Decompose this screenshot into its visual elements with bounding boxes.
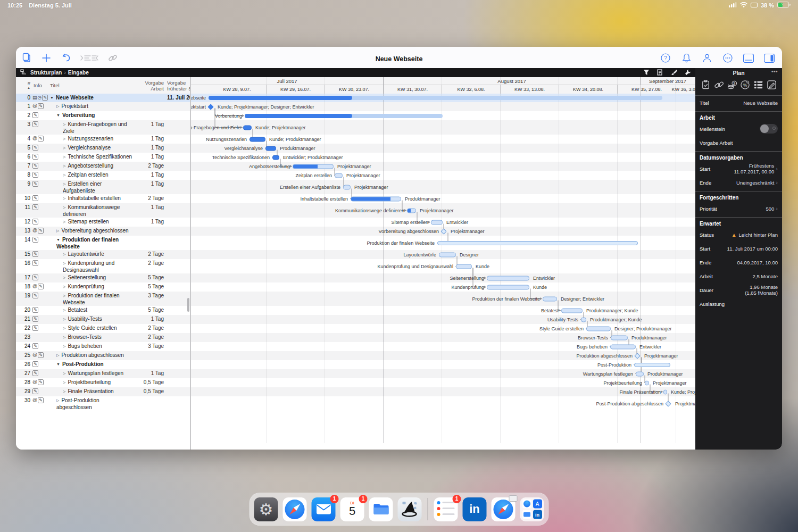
panel-bottom-icon[interactable] xyxy=(743,53,754,63)
task-row[interactable]: 26✎▼Post-Produktion xyxy=(16,360,190,369)
gantt-bar[interactable] xyxy=(487,285,529,289)
task-row[interactable]: 4@✎▷Nutzungsszenarien1 Tag xyxy=(16,135,190,144)
cost-icon[interactable]: $ xyxy=(727,80,737,92)
gantt-bar[interactable] xyxy=(439,252,456,257)
task-row[interactable]: 12✎▷Sitemap erstellen1 Tag xyxy=(16,218,190,227)
gantt-bar[interactable] xyxy=(636,371,644,376)
task-row[interactable]: 25@✎▷Produktion abgeschlossen xyxy=(16,351,190,360)
inspector-field-dauer[interactable]: Dauer1,96 Monate(1,85 fMonate) xyxy=(695,283,782,297)
disclosure-leaf-icon[interactable]: ▷ xyxy=(63,220,65,223)
task-title[interactable]: ▷Finale Präsentation xyxy=(63,388,135,395)
task-row[interactable]: 14✎▼Produktion der finalen Webseite xyxy=(16,236,190,250)
task-row[interactable]: 19✎▷Produktion der finalen Webseite3 Tag… xyxy=(16,292,190,306)
inspector-field-start[interactable]: StartFrühestens11.07.2017, 00:00› xyxy=(695,162,782,176)
disclosure-open-icon[interactable]: ▼ xyxy=(56,238,60,242)
task-row[interactable]: 22✎▷Style Guide erstellen2 Tage xyxy=(16,324,190,333)
task-title[interactable]: ▷Kunden-Fragebogen und Ziele xyxy=(63,121,135,135)
dock-app-calendar[interactable]: DI51 xyxy=(340,497,364,521)
task-row[interactable]: 28@✎▷Projektbeurteilung0,5 Tage xyxy=(16,378,190,387)
task-title[interactable]: ▷Projektbeurteilung xyxy=(63,379,135,386)
gantt-bar[interactable] xyxy=(645,380,649,385)
task-title[interactable]: ▷Nutzungsszenarien xyxy=(63,135,135,142)
rows-icon[interactable] xyxy=(753,80,763,92)
inspector-field-meilenstein[interactable]: Meilenstein xyxy=(695,122,782,136)
dock-app-recents[interactable]: Ain xyxy=(520,497,544,521)
summary-bar[interactable] xyxy=(634,363,670,367)
disclosure-leaf-icon[interactable]: ▷ xyxy=(63,317,65,321)
task-row[interactable]: 8✎▷Zeitplan erstellen1 Tag xyxy=(16,171,190,180)
disclosure-leaf-icon[interactable]: ▷ xyxy=(56,229,59,232)
task-row[interactable]: 17✎▷Seitenerstellung5 Tage xyxy=(16,273,190,282)
inspector-field-vorgabe-arbeit[interactable]: Vorgabe Arbeit xyxy=(695,136,782,149)
task-title[interactable]: ▷Zeitplan erstellen xyxy=(63,171,135,178)
task-title[interactable]: ▷Layoutentwürfe xyxy=(63,251,135,257)
milestone-diamond[interactable] xyxy=(440,228,446,234)
task-row[interactable]: 27✎▷Wartungsplan festlegen1 Tag xyxy=(16,369,190,378)
disclosure-leaf-icon[interactable]: ▷ xyxy=(63,173,65,177)
disclosure-leaf-icon[interactable]: ▷ xyxy=(56,104,59,108)
task-row[interactable]: 18@✎▷Kundenprüfung5 Tage xyxy=(16,282,190,292)
edit-icon[interactable] xyxy=(767,80,777,92)
task-title[interactable]: ▷Projektstart xyxy=(56,103,135,110)
task-row[interactable]: 3✎▷Kunden-Fragebogen und Ziele1 Tag xyxy=(16,120,190,135)
disclosure-leaf-icon[interactable]: ▷ xyxy=(63,389,65,393)
inspector-more-icon[interactable]: ••• xyxy=(771,69,778,74)
gantt-bar[interactable] xyxy=(272,155,279,160)
task-title[interactable]: ▼Post-Produktion xyxy=(56,361,135,368)
task-title[interactable]: ▷Vorbereitung abgeschlossen xyxy=(56,227,135,234)
task-row[interactable]: 13@✎▷Vorbereitung abgeschlossen xyxy=(16,227,190,236)
milestone-diamond[interactable] xyxy=(207,104,213,110)
inspector-field-status[interactable]: Status▲Leicht hinter Plan xyxy=(695,228,782,242)
task-title[interactable]: ▼Vorbereitung xyxy=(56,112,135,119)
percent-icon[interactable]: %+ xyxy=(740,80,750,92)
inspector-field-auslastung[interactable]: Auslastung xyxy=(695,297,782,311)
add-icon[interactable] xyxy=(41,53,52,63)
task-row[interactable]: 9✎▷Erstellen einer Aufgabenliste1 Tag xyxy=(16,180,190,194)
task-row[interactable]: 16✎▷Kundenprüfung und Designauswahl2 Tag… xyxy=(16,259,190,273)
account-icon[interactable] xyxy=(702,53,712,63)
gantt-bar[interactable] xyxy=(293,164,334,169)
summary-bar[interactable] xyxy=(209,96,662,100)
task-title[interactable]: ▷Vergleichsanalyse xyxy=(63,144,135,151)
disclosure-leaf-icon[interactable]: ▷ xyxy=(56,353,59,357)
disclosure-leaf-icon[interactable]: ▷ xyxy=(63,344,65,348)
gantt-bar[interactable] xyxy=(456,264,472,269)
undo-icon[interactable] xyxy=(61,53,71,63)
task-row[interactable]: 20✎▷Betatest5 Tage xyxy=(16,306,190,315)
col-number[interactable]: # xyxy=(28,81,30,86)
disclosure-leaf-icon[interactable]: ▷ xyxy=(63,308,65,312)
inspector-field-priorität[interactable]: Priorität500› xyxy=(695,202,782,215)
milestone-diamond[interactable] xyxy=(665,401,671,406)
task-row[interactable]: 21✎▷Usability-Tests1 Tag xyxy=(16,315,190,324)
task-row[interactable]: 1@✎▷Projektstart xyxy=(16,102,190,111)
panel-right-icon[interactable] xyxy=(764,53,775,63)
disclosure-leaf-icon[interactable]: ▷ xyxy=(63,252,65,256)
inspector-field-start[interactable]: Start11. Juli 2017 um 00:00 xyxy=(695,242,782,255)
paste-icon[interactable] xyxy=(21,53,32,63)
gantt-bar[interactable] xyxy=(351,196,401,201)
dock-app-settings[interactable]: ⚙ xyxy=(254,497,278,521)
breadcrumb-path[interactable]: Strukturplan xyxy=(30,70,62,76)
task-title[interactable]: ▷Kundenprüfung und Designauswahl xyxy=(63,260,135,273)
task-row[interactable]: 10✎▷Inhaltstabelle erstellen2 Tage xyxy=(16,194,190,203)
task-row[interactable]: 0▤◷✎▼Neue Webseite11. Juli 2017 xyxy=(16,94,190,102)
task-title[interactable]: ▷Sitemap erstellen xyxy=(63,218,135,225)
gantt-bar[interactable] xyxy=(611,335,628,340)
disclosure-leaf-icon[interactable]: ▷ xyxy=(63,285,65,288)
col-work[interactable]: VorgabeArbeit xyxy=(116,77,164,94)
task-row[interactable]: 24✎▷Bugs beheben3 Tage xyxy=(16,342,190,351)
task-title[interactable]: ▷Style Guide erstellen xyxy=(63,325,135,331)
settings-wrench-icon[interactable] xyxy=(685,69,691,77)
gantt-bar[interactable] xyxy=(581,317,586,322)
disclosure-leaf-icon[interactable]: ▷ xyxy=(63,294,65,297)
col-earliest[interactable]: Vorgabefrühester S xyxy=(167,77,192,94)
format-list-icon[interactable] xyxy=(657,69,663,77)
task-title[interactable]: ▷Usability-Tests xyxy=(63,315,135,322)
task-row[interactable]: 29✎▷Finale Präsentation0,5 Tage xyxy=(16,387,190,396)
disclosure-leaf-icon[interactable]: ▷ xyxy=(63,122,65,126)
plan-icon[interactable] xyxy=(701,80,711,92)
task-title[interactable]: ▷Inhaltstabelle erstellen xyxy=(63,195,135,202)
disclosure-leaf-icon[interactable]: ▷ xyxy=(63,205,65,209)
task-title[interactable]: ▷Seitenerstellung xyxy=(63,274,135,281)
notifications-bell-icon[interactable] xyxy=(681,53,692,63)
